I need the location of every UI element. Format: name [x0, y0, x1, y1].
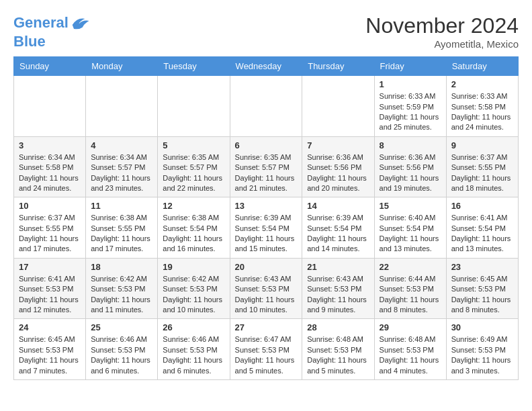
day-number: 29: [380, 322, 441, 332]
location: Ayometitla, Mexico: [365, 38, 519, 50]
calendar-cell: 7Sunrise: 6:36 AMSunset: 5:56 PMDaylight…: [302, 136, 374, 197]
calendar-cell: 20Sunrise: 6:43 AMSunset: 5:53 PMDayligh…: [230, 258, 302, 319]
day-info: Sunrise: 6:35 AMSunset: 5:57 PMDaylight:…: [163, 152, 224, 194]
month-title: November 2024: [365, 13, 519, 38]
day-number: 22: [380, 262, 441, 272]
calendar-cell: 15Sunrise: 6:40 AMSunset: 5:54 PMDayligh…: [374, 197, 446, 259]
calendar-cell: [158, 76, 230, 137]
day-number: 5: [163, 140, 224, 150]
col-header-friday: Friday: [374, 57, 446, 76]
page-header: General Blue November 2024 Ayometitla, M…: [13, 13, 519, 50]
day-number: 9: [451, 140, 513, 150]
calendar-cell: 21Sunrise: 6:43 AMSunset: 5:53 PMDayligh…: [302, 258, 374, 319]
calendar-cell: [302, 76, 374, 137]
day-number: 17: [19, 262, 81, 272]
day-info: Sunrise: 6:41 AMSunset: 5:53 PMDaylight:…: [19, 274, 81, 316]
calendar-week-row: 17Sunrise: 6:41 AMSunset: 5:53 PMDayligh…: [14, 258, 519, 319]
day-info: Sunrise: 6:45 AMSunset: 5:53 PMDaylight:…: [19, 334, 81, 376]
calendar-cell: [86, 76, 158, 137]
calendar-cell: 14Sunrise: 6:39 AMSunset: 5:54 PMDayligh…: [302, 197, 374, 259]
day-info: Sunrise: 6:37 AMSunset: 5:55 PMDaylight:…: [451, 152, 513, 194]
day-info: Sunrise: 6:38 AMSunset: 5:55 PMDaylight:…: [91, 213, 152, 255]
day-info: Sunrise: 6:42 AMSunset: 5:53 PMDaylight:…: [91, 274, 152, 316]
day-info: Sunrise: 6:46 AMSunset: 5:53 PMDaylight:…: [91, 334, 152, 376]
day-number: 28: [307, 322, 369, 332]
col-header-thursday: Thursday: [302, 57, 374, 76]
day-number: 11: [91, 201, 152, 211]
day-number: 20: [235, 262, 298, 272]
col-header-saturday: Saturday: [446, 57, 518, 76]
day-info: Sunrise: 6:34 AMSunset: 5:58 PMDaylight:…: [19, 152, 81, 194]
calendar-cell: 26Sunrise: 6:46 AMSunset: 5:53 PMDayligh…: [158, 319, 230, 380]
calendar-cell: 1Sunrise: 6:33 AMSunset: 5:59 PMDaylight…: [374, 76, 446, 137]
day-info: Sunrise: 6:33 AMSunset: 5:58 PMDaylight:…: [451, 91, 513, 133]
day-info: Sunrise: 6:37 AMSunset: 5:55 PMDaylight:…: [19, 213, 81, 255]
day-number: 30: [451, 322, 513, 332]
day-info: Sunrise: 6:39 AMSunset: 5:54 PMDaylight:…: [235, 213, 298, 255]
calendar-cell: 30Sunrise: 6:49 AMSunset: 5:53 PMDayligh…: [446, 319, 518, 380]
day-number: 7: [307, 140, 369, 150]
calendar-cell: 16Sunrise: 6:41 AMSunset: 5:54 PMDayligh…: [446, 197, 518, 259]
col-header-tuesday: Tuesday: [158, 57, 230, 76]
calendar-cell: 29Sunrise: 6:48 AMSunset: 5:53 PMDayligh…: [374, 319, 446, 380]
day-number: 26: [163, 322, 224, 332]
calendar-cell: 9Sunrise: 6:37 AMSunset: 5:55 PMDaylight…: [446, 136, 518, 197]
day-info: Sunrise: 6:41 AMSunset: 5:54 PMDaylight:…: [451, 213, 513, 255]
calendar-table: SundayMondayTuesdayWednesdayThursdayFrid…: [13, 56, 519, 380]
day-info: Sunrise: 6:36 AMSunset: 5:56 PMDaylight:…: [380, 152, 441, 194]
col-header-wednesday: Wednesday: [230, 57, 302, 76]
day-number: 16: [451, 201, 513, 211]
day-number: 21: [307, 262, 369, 272]
calendar-week-row: 3Sunrise: 6:34 AMSunset: 5:58 PMDaylight…: [14, 136, 519, 197]
day-number: 4: [91, 140, 152, 150]
day-info: Sunrise: 6:42 AMSunset: 5:53 PMDaylight:…: [163, 274, 224, 316]
calendar-cell: 25Sunrise: 6:46 AMSunset: 5:53 PMDayligh…: [86, 319, 158, 380]
day-number: 2: [451, 79, 513, 89]
calendar-cell: [14, 76, 86, 137]
day-number: 12: [163, 201, 224, 211]
calendar-cell: 11Sunrise: 6:38 AMSunset: 5:55 PMDayligh…: [86, 197, 158, 259]
day-number: 18: [91, 262, 152, 272]
day-info: Sunrise: 6:43 AMSunset: 5:53 PMDaylight:…: [235, 274, 298, 316]
calendar-cell: [230, 76, 302, 137]
day-info: Sunrise: 6:46 AMSunset: 5:53 PMDaylight:…: [163, 334, 224, 376]
calendar-cell: 5Sunrise: 6:35 AMSunset: 5:57 PMDaylight…: [158, 136, 230, 197]
calendar-cell: 28Sunrise: 6:48 AMSunset: 5:53 PMDayligh…: [302, 319, 374, 380]
day-info: Sunrise: 6:44 AMSunset: 5:53 PMDaylight:…: [380, 274, 441, 316]
calendar-cell: 23Sunrise: 6:45 AMSunset: 5:53 PMDayligh…: [446, 258, 518, 319]
calendar-week-row: 24Sunrise: 6:45 AMSunset: 5:53 PMDayligh…: [14, 319, 519, 380]
day-info: Sunrise: 6:34 AMSunset: 5:57 PMDaylight:…: [91, 152, 152, 194]
day-info: Sunrise: 6:48 AMSunset: 5:53 PMDaylight:…: [307, 334, 369, 376]
day-number: 15: [380, 201, 441, 211]
calendar-cell: 12Sunrise: 6:38 AMSunset: 5:54 PMDayligh…: [158, 197, 230, 259]
day-number: 14: [307, 201, 369, 211]
day-number: 13: [235, 201, 298, 211]
calendar-cell: 27Sunrise: 6:47 AMSunset: 5:53 PMDayligh…: [230, 319, 302, 380]
day-info: Sunrise: 6:48 AMSunset: 5:53 PMDaylight:…: [380, 334, 441, 376]
logo-text: General Blue: [13, 13, 90, 50]
calendar-cell: 17Sunrise: 6:41 AMSunset: 5:53 PMDayligh…: [14, 258, 86, 319]
day-info: Sunrise: 6:35 AMSunset: 5:57 PMDaylight:…: [235, 152, 298, 194]
calendar-week-row: 10Sunrise: 6:37 AMSunset: 5:55 PMDayligh…: [14, 197, 519, 259]
calendar-header-row: SundayMondayTuesdayWednesdayThursdayFrid…: [14, 57, 519, 76]
day-info: Sunrise: 6:33 AMSunset: 5:59 PMDaylight:…: [380, 91, 441, 133]
calendar-week-row: 1Sunrise: 6:33 AMSunset: 5:59 PMDaylight…: [14, 76, 519, 137]
day-number: 25: [91, 322, 152, 332]
calendar-cell: 24Sunrise: 6:45 AMSunset: 5:53 PMDayligh…: [14, 319, 86, 380]
calendar-cell: 6Sunrise: 6:35 AMSunset: 5:57 PMDaylight…: [230, 136, 302, 197]
day-number: 23: [451, 262, 513, 272]
day-number: 10: [19, 201, 81, 211]
calendar-cell: 22Sunrise: 6:44 AMSunset: 5:53 PMDayligh…: [374, 258, 446, 319]
day-number: 8: [380, 140, 441, 150]
day-info: Sunrise: 6:45 AMSunset: 5:53 PMDaylight:…: [451, 274, 513, 316]
calendar-cell: 13Sunrise: 6:39 AMSunset: 5:54 PMDayligh…: [230, 197, 302, 259]
day-info: Sunrise: 6:36 AMSunset: 5:56 PMDaylight:…: [307, 152, 369, 194]
day-info: Sunrise: 6:47 AMSunset: 5:53 PMDaylight:…: [235, 334, 298, 376]
day-number: 19: [163, 262, 224, 272]
calendar-cell: 10Sunrise: 6:37 AMSunset: 5:55 PMDayligh…: [14, 197, 86, 259]
day-number: 27: [235, 322, 298, 332]
col-header-sunday: Sunday: [14, 57, 86, 76]
calendar-cell: 4Sunrise: 6:34 AMSunset: 5:57 PMDaylight…: [86, 136, 158, 197]
calendar-cell: 19Sunrise: 6:42 AMSunset: 5:53 PMDayligh…: [158, 258, 230, 319]
day-info: Sunrise: 6:38 AMSunset: 5:54 PMDaylight:…: [163, 213, 224, 255]
